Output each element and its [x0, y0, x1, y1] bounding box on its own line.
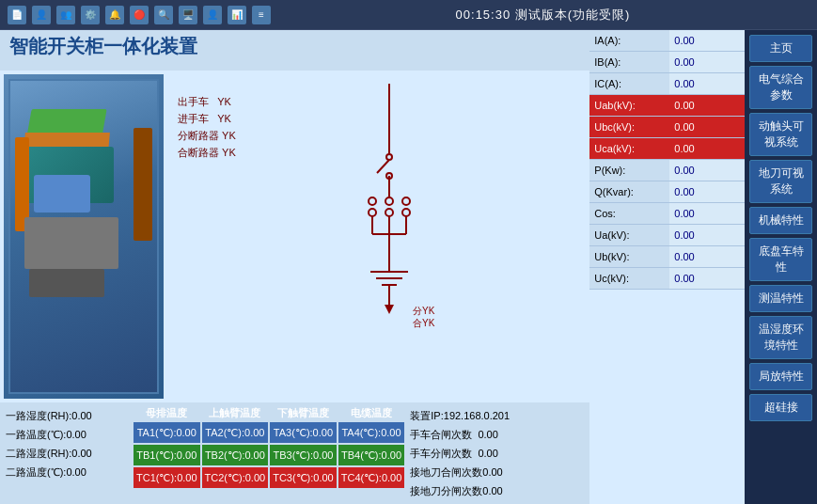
- btn-electric[interactable]: 电气综合参数: [749, 66, 812, 109]
- temp2: 二路温度(℃):0.00: [6, 463, 128, 481]
- toolbar-icon-monitor[interactable]: 🖥️: [179, 6, 197, 24]
- svg-point-6: [369, 197, 376, 205]
- btn-moving-contact[interactable]: 动触头可视系统: [749, 113, 812, 156]
- toolbar-icon-bell[interactable]: 🔔: [105, 6, 124, 24]
- temp-table: 母排温度 上触臂温度 下触臂温度 电缆温度 TA1(℃):0.00 TA2(℃)…: [134, 406, 404, 500]
- label-cos: Cos:: [589, 203, 669, 224]
- label-q: Q(Kvar):: [589, 181, 669, 202]
- value-uc: 0.00: [669, 268, 745, 289]
- svg-text:合YK: 合YK: [413, 318, 435, 328]
- tb4: TB4(℃):0.00: [338, 445, 405, 465]
- ground-close-count: 接地刀合闸次数0.00: [410, 463, 584, 481]
- btn-super-silicon[interactable]: 超硅接: [749, 394, 812, 421]
- value-ib: 0.00: [669, 52, 745, 72]
- data-row-ua: Ua(kV): 0.00: [589, 225, 745, 246]
- data-row-ubc: Ubc(kV): 0.00: [589, 117, 745, 138]
- bottom-panel: 一路湿度(RH):0.00 一路温度(℃):0.00 二路湿度(RH):0.00…: [0, 402, 589, 504]
- svg-marker-21: [385, 305, 394, 314]
- label-ub: Ub(kV):: [589, 246, 669, 267]
- btn-home[interactable]: 主页: [749, 35, 812, 62]
- btn-partial-discharge[interactable]: 局放特性: [749, 363, 812, 390]
- svg-point-7: [385, 197, 393, 205]
- btn-ground-knife[interactable]: 地刀可视系统: [749, 160, 812, 203]
- ta4: TA4(℃):0.00: [338, 422, 405, 443]
- label-ubc: Ubc(kV):: [589, 117, 669, 137]
- toolbar-icon-search[interactable]: 🔍: [154, 6, 173, 24]
- humidity2: 二路湿度(RH):0.00: [6, 444, 128, 463]
- label-heduanluge: 合断路器 YK: [178, 144, 236, 161]
- toolbar-title: 00:15:30 测试版本(功能受限): [276, 7, 809, 24]
- data-row-cos: Cos: 0.00: [589, 203, 745, 225]
- label-p: P(Kw):: [589, 160, 669, 181]
- value-ubc: 0.00: [669, 117, 745, 137]
- schematic-labels: 出手车 YK 进手车 YK 分断路器 YK 合断路器 YK: [178, 93, 236, 161]
- btn-mechanical[interactable]: 机械特性: [749, 207, 812, 234]
- value-ub: 0.00: [669, 246, 745, 267]
- btn-humidity-env[interactable]: 温湿度环境特性: [749, 316, 812, 359]
- btn-chassis[interactable]: 底盘车特性: [749, 238, 812, 281]
- label-ia: IA(A):: [589, 30, 669, 51]
- value-ic: 0.00: [669, 73, 745, 94]
- toolbar: 📄 👤 👥 ⚙️ 🔔 🔴 🔍 🖥️ 👤 📊 ≡ 00:15:30 测试版本(功能…: [0, 0, 817, 30]
- temp-header-cable: 电缆温度: [338, 406, 405, 420]
- toolbar-icon-users[interactable]: 👥: [56, 6, 75, 24]
- label-uc: Uc(kV):: [589, 268, 669, 289]
- value-p: 0.00: [669, 160, 745, 181]
- device-ip: 装置IP:192.168.0.201: [410, 406, 584, 425]
- svg-point-8: [402, 197, 410, 205]
- tc4: TC4(℃):0.00: [338, 467, 405, 488]
- value-cos: 0.00: [669, 203, 745, 224]
- bottom-left-info: 一路湿度(RH):0.00 一路温度(℃):0.00 二路湿度(RH):0.00…: [6, 406, 128, 500]
- schematic-svg: 分YK 合YK: [295, 84, 483, 347]
- ta2: TA2(℃):0.00: [202, 422, 269, 443]
- label-fenduanluge: 分断路器 YK: [178, 127, 236, 144]
- data-panel: IA(A): 0.00 IB(A): 0.00 IC(A): 0.00 Uab(…: [589, 30, 745, 504]
- label-chushouche: 出手车 YK: [178, 93, 236, 110]
- toolbar-icon-person[interactable]: 👤: [203, 6, 222, 24]
- cabinet-image: [4, 74, 164, 399]
- ground-open-count: 接地刀分闸次数0.00: [410, 481, 584, 500]
- toolbar-icon-red[interactable]: 🔴: [130, 6, 149, 24]
- tc3: TC3(℃):0.00: [270, 467, 337, 488]
- truck-open-count: 手车分闸次数 0.00: [410, 444, 584, 463]
- data-row-uca: Uca(kV): 0.00: [589, 138, 745, 160]
- toolbar-icon-doc[interactable]: 📄: [8, 6, 26, 24]
- schematic-area: 出手车 YK 进手车 YK 分断路器 YK 合断路器 YK: [164, 74, 586, 399]
- toolbar-icon-user[interactable]: 👤: [32, 6, 51, 24]
- svg-point-9: [369, 209, 376, 216]
- tb2: TB2(℃):0.00: [202, 445, 269, 465]
- value-uca: 0.00: [669, 138, 745, 159]
- btn-temperature[interactable]: 测温特性: [749, 285, 812, 312]
- device-info: 装置IP:192.168.0.201 手车合闸次数 0.00 手车分闸次数 0.…: [410, 406, 584, 500]
- svg-text:分YK: 分YK: [413, 306, 435, 316]
- temp-header-lower: 下触臂温度: [270, 406, 337, 420]
- data-row-ib: IB(A): 0.00: [589, 52, 745, 73]
- value-q: 0.00: [669, 181, 745, 202]
- right-panel: 主页 电气综合参数 动触头可视系统 地刀可视系统 机械特性 底盘车特性 测温特性…: [745, 30, 817, 504]
- main-title: 智能开关柜一体化装置: [0, 30, 589, 63]
- ta3: TA3(℃):0.00: [270, 422, 337, 443]
- temp-header-mother: 母排温度: [134, 406, 200, 420]
- truck-close-count: 手车合闸次数 0.00: [410, 425, 584, 444]
- temp1: 一路温度(℃):0.00: [6, 425, 128, 444]
- toolbar-icon-chart[interactable]: 📊: [228, 6, 246, 24]
- label-ib: IB(A):: [589, 52, 669, 72]
- svg-line-3: [377, 160, 389, 173]
- label-jinshouche: 进手车 YK: [178, 110, 236, 127]
- data-row-uc: Uc(kV): 0.00: [589, 268, 745, 290]
- toolbar-icon-menu[interactable]: ≡: [252, 6, 271, 24]
- label-ua: Ua(kV):: [589, 225, 669, 245]
- humidity1: 一路湿度(RH):0.00: [6, 406, 128, 425]
- temp-header-upper: 上触臂温度: [202, 406, 269, 420]
- label-ic: IC(A):: [589, 73, 669, 94]
- svg-point-2: [386, 154, 392, 160]
- label-uab: Uab(kV):: [589, 95, 669, 116]
- tb1: TB1(℃):0.00: [134, 445, 200, 465]
- tc1: TC1(℃):0.00: [134, 467, 200, 488]
- value-ia: 0.00: [669, 30, 745, 51]
- data-row-ub: Ub(kV): 0.00: [589, 246, 745, 268]
- ta1: TA1(℃):0.00: [134, 422, 200, 443]
- data-row-ic: IC(A): 0.00: [589, 73, 745, 95]
- toolbar-icon-settings[interactable]: ⚙️: [81, 6, 100, 24]
- svg-point-11: [402, 209, 410, 216]
